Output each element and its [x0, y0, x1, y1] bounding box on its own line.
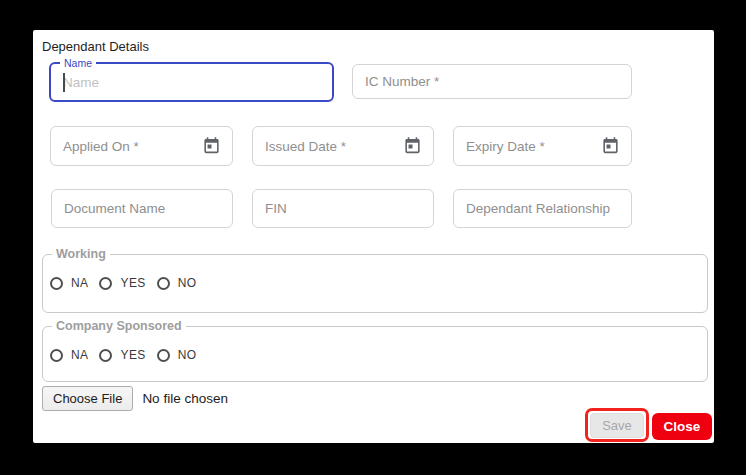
text-caret: [63, 73, 65, 92]
calendar-icon[interactable]: [601, 137, 620, 156]
ic-number-input[interactable]: [353, 65, 631, 98]
dependant-relationship-input[interactable]: [454, 190, 631, 227]
company-sponsored-option-no[interactable]: NO: [157, 348, 197, 362]
document-name-field[interactable]: [51, 189, 233, 228]
name-field[interactable]: Name: [49, 62, 334, 102]
radio-label: YES: [120, 276, 145, 290]
file-status-text: No file chosen: [142, 391, 228, 406]
radio-circle-icon[interactable]: [99, 277, 112, 290]
radio-circle-icon[interactable]: [157, 349, 170, 362]
working-radio-row: NA YES NO: [50, 276, 707, 290]
radio-circle-icon[interactable]: [50, 349, 63, 362]
radio-label: NA: [71, 276, 88, 290]
company-sponsored-option-yes[interactable]: YES: [99, 348, 145, 362]
document-name-input[interactable]: [52, 190, 232, 227]
applied-on-field[interactable]: [50, 126, 233, 166]
save-button-highlight: Save: [585, 408, 649, 442]
ic-number-field[interactable]: [352, 64, 632, 99]
radio-label: NA: [71, 348, 88, 362]
working-option-yes[interactable]: YES: [99, 276, 145, 290]
radio-label: YES: [120, 348, 145, 362]
company-sponsored-group-legend: Company Sponsored: [52, 319, 186, 333]
radio-circle-icon[interactable]: [99, 349, 112, 362]
radio-label: NO: [178, 348, 197, 362]
radio-label: NO: [178, 276, 197, 290]
name-field-label: Name: [60, 57, 96, 69]
file-upload-row: Choose File No file chosen: [42, 386, 228, 411]
dialog-title: Dependant Details: [42, 39, 149, 54]
company-sponsored-group: Company Sponsored NA YES NO: [42, 319, 708, 382]
save-button[interactable]: Save: [590, 413, 644, 438]
issued-date-field[interactable]: [252, 126, 434, 166]
working-option-no[interactable]: NO: [157, 276, 197, 290]
calendar-icon[interactable]: [202, 137, 221, 156]
working-option-na[interactable]: NA: [50, 276, 88, 290]
choose-file-button[interactable]: Choose File: [42, 386, 133, 411]
fin-input[interactable]: [253, 190, 433, 227]
name-input[interactable]: [51, 64, 332, 100]
expiry-date-field[interactable]: [453, 126, 632, 166]
dependant-relationship-field[interactable]: [453, 189, 632, 228]
working-group: Working NA YES NO: [42, 247, 708, 313]
working-group-legend: Working: [52, 247, 110, 261]
radio-circle-icon[interactable]: [50, 277, 63, 290]
fin-field[interactable]: [252, 189, 434, 228]
radio-circle-icon[interactable]: [157, 277, 170, 290]
company-sponsored-option-na[interactable]: NA: [50, 348, 88, 362]
calendar-icon[interactable]: [403, 137, 422, 156]
dependant-details-dialog: Dependant Details Name Wor: [33, 30, 714, 443]
close-button[interactable]: Close: [652, 413, 712, 440]
company-sponsored-radio-row: NA YES NO: [50, 348, 707, 362]
